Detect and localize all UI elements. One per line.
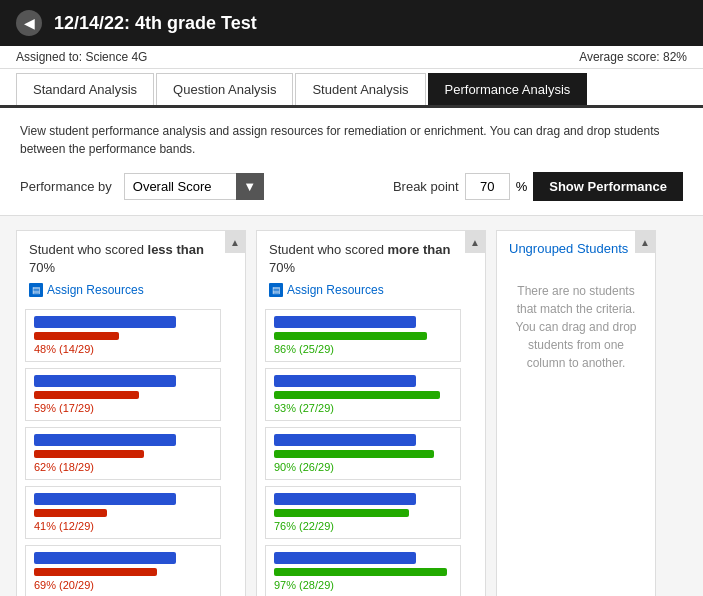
- ungrouped-panel: Ungrouped Students ▲ There are no studen…: [496, 230, 656, 596]
- less-student-list: 48% (14/29)59% (17/29)62% (18/29)41% (12…: [17, 305, 245, 596]
- tab-performance[interactable]: Performance Analysis: [428, 73, 588, 105]
- list-item[interactable]: 41% (12/29): [25, 486, 221, 539]
- list-item[interactable]: 93% (27/29): [265, 368, 461, 421]
- sub-header: Assigned to: Science 4G Average score: 8…: [0, 46, 703, 69]
- list-item[interactable]: 59% (17/29): [25, 368, 221, 421]
- perf-by-wrapper: Overall Score ▼: [124, 173, 264, 200]
- perf-by-select[interactable]: Overall Score: [124, 173, 264, 200]
- tab-student[interactable]: Student Analysis: [295, 73, 425, 105]
- assign-resources-link-more[interactable]: ▤ Assign Resources: [257, 283, 485, 305]
- assign-icon-less: ▤: [29, 283, 43, 297]
- assigned-to: Assigned to: Science 4G: [16, 50, 147, 64]
- perf-by-label: Performance by: [20, 179, 112, 194]
- scroll-up-less[interactable]: ▲: [225, 231, 245, 253]
- less-than-panel: Student who scored less than 70% ▤ Assig…: [16, 230, 246, 596]
- list-item[interactable]: 76% (22/29): [265, 486, 461, 539]
- header-bar: ◀ 12/14/22: 4th grade Test: [0, 0, 703, 46]
- tab-question[interactable]: Question Analysis: [156, 73, 293, 105]
- breakpoint-group: Break point % Show Performance: [393, 172, 683, 201]
- list-item[interactable]: 97% (28/29): [265, 545, 461, 596]
- breakpoint-input[interactable]: [465, 173, 510, 200]
- list-item[interactable]: 86% (25/29): [265, 309, 461, 362]
- percent-symbol: %: [516, 179, 528, 194]
- ungrouped-message: There are no students that match the cri…: [497, 262, 655, 392]
- more-than-panel: Student who scored more than 70% ▤ Assig…: [256, 230, 486, 596]
- list-item[interactable]: 69% (20/29): [25, 545, 221, 596]
- assign-resources-link-less[interactable]: ▤ Assign Resources: [17, 283, 245, 305]
- controls-row: Performance by Overall Score ▼ Break poi…: [20, 172, 683, 201]
- tab-standard[interactable]: Standard Analysis: [16, 73, 154, 105]
- list-item[interactable]: 90% (26/29): [265, 427, 461, 480]
- page-title: 12/14/22: 4th grade Test: [54, 13, 257, 34]
- info-text: View student performance analysis and as…: [20, 122, 683, 158]
- content-area: View student performance analysis and as…: [0, 108, 703, 216]
- ungrouped-title: Ungrouped Students: [497, 231, 655, 262]
- back-button[interactable]: ◀: [16, 10, 42, 36]
- list-item[interactable]: 48% (14/29): [25, 309, 221, 362]
- more-than-header: Student who scored more than 70%: [257, 231, 485, 283]
- scroll-up-more[interactable]: ▲: [465, 231, 485, 253]
- list-item[interactable]: 62% (18/29): [25, 427, 221, 480]
- show-performance-button[interactable]: Show Performance: [533, 172, 683, 201]
- tabs-bar: Standard Analysis Question Analysis Stud…: [0, 69, 703, 108]
- avg-score: Average score: 82%: [579, 50, 687, 64]
- less-than-header: Student who scored less than 70%: [17, 231, 245, 283]
- panels-area: Student who scored less than 70% ▤ Assig…: [0, 216, 703, 596]
- more-student-list: 86% (25/29)93% (27/29)90% (26/29)76% (22…: [257, 305, 485, 596]
- breakpoint-label: Break point: [393, 179, 459, 194]
- assign-icon-more: ▤: [269, 283, 283, 297]
- scroll-up-ungrouped[interactable]: ▲: [635, 231, 655, 253]
